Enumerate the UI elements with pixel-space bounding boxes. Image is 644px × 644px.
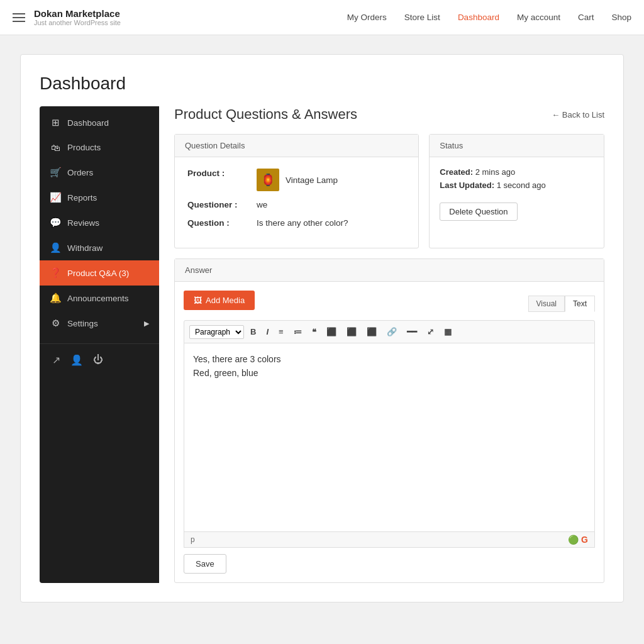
top-nav-links: My Orders Store List Dashboard My accoun…: [347, 13, 631, 22]
add-media-icon: 🖼: [194, 296, 202, 305]
updated-row: Last Updated: 1 second ago: [440, 180, 594, 190]
back-to-list-link[interactable]: Back to List: [552, 110, 604, 119]
main-wrapper: Dashboard ⊞ Dashboard 🛍 Products 🛒 Order…: [20, 54, 624, 602]
nav-dashboard[interactable]: Dashboard: [458, 13, 499, 22]
nav-shop[interactable]: Shop: [611, 13, 631, 22]
editor-area[interactable]: Yes, there are 3 colors Red, green, blue: [184, 343, 595, 532]
question-row: Question : Is there any other color?: [187, 218, 406, 228]
align-left-button[interactable]: ⬛: [323, 325, 340, 339]
sidebar-label-dashboard: Dashboard: [67, 118, 109, 128]
sidebar-item-reviews[interactable]: 💬 Reviews: [40, 210, 159, 235]
product-label: Product :: [187, 169, 257, 178]
sidebar-item-dashboard[interactable]: ⊞ Dashboard: [40, 110, 159, 135]
delete-question-button[interactable]: Delete Question: [440, 203, 517, 221]
editor-line-1[interactable]: Yes, there are 3 colors: [193, 352, 586, 366]
answer-header: Answer: [175, 259, 604, 282]
created-label: Created:: [440, 167, 473, 177]
nav-my-orders[interactable]: My Orders: [347, 13, 387, 22]
details-status-row: Question Details Product : 🏮 Vintage Lam…: [174, 134, 604, 258]
reports-icon: 📈: [50, 192, 61, 203]
sidebar-item-announcements[interactable]: 🔔 Announcements: [40, 286, 159, 311]
sidebar-label-product-qa: Product Q&A (3): [67, 269, 129, 278]
text-tab[interactable]: Text: [565, 296, 595, 312]
page-title: Dashboard: [40, 74, 604, 94]
power-icon[interactable]: ⏻: [89, 350, 107, 370]
sidebar-item-settings[interactable]: ⚙ Settings ▶: [40, 311, 159, 336]
settings-icon: ⚙: [50, 318, 61, 329]
table-button[interactable]: ▦: [440, 325, 455, 339]
sidebar: ⊞ Dashboard 🛍 Products 🛒 Orders 📈 Report…: [40, 106, 159, 583]
products-icon: 🛍: [50, 142, 61, 153]
updated-value: 1 second ago: [497, 180, 546, 190]
editor-toolbar: Paragraph B I ≡ ≔ ❝ ⬛ ⬛ ⬛ 🔗 ━━ ⤢ ▦: [184, 320, 595, 343]
announcements-icon: 🔔: [50, 292, 61, 304]
question-details-header: Question Details: [175, 135, 418, 157]
created-value: 2 mins ago: [475, 167, 516, 177]
external-link-icon[interactable]: ↗: [48, 350, 64, 370]
orders-icon: 🛒: [50, 167, 61, 178]
paragraph-select[interactable]: Paragraph: [189, 325, 244, 339]
hamburger-menu[interactable]: [13, 13, 25, 22]
dashboard-inner: ⊞ Dashboard 🛍 Products 🛒 Orders 📈 Report…: [40, 106, 604, 583]
fullscreen-button[interactable]: ⤢: [423, 325, 438, 339]
italic-button[interactable]: I: [262, 325, 272, 339]
dashboard-icon: ⊞: [50, 117, 61, 128]
question-label: Question :: [187, 218, 257, 228]
product-qa-icon: ❓: [50, 267, 61, 279]
align-right-button[interactable]: ⬛: [363, 325, 380, 339]
brand-sub: Just another WordPress site: [34, 19, 121, 26]
questioner-value: we: [257, 200, 267, 209]
visual-tab[interactable]: Visual: [528, 296, 565, 312]
sidebar-label-orders: Orders: [67, 168, 93, 177]
link-button[interactable]: 🔗: [383, 325, 401, 339]
sidebar-item-product-qa[interactable]: ❓ Product Q&A (3): [40, 260, 159, 286]
sidebar-label-withdraw: Withdraw: [67, 243, 103, 253]
unordered-list-button[interactable]: ≡: [275, 325, 287, 339]
sidebar-item-products[interactable]: 🛍 Products: [40, 135, 159, 160]
status-header: Status: [430, 135, 604, 157]
nav-cart[interactable]: Cart: [578, 13, 594, 22]
brand-name: Dokan Marketplace: [34, 8, 121, 19]
questioner-row: Questioner : we: [187, 200, 406, 209]
editor-line-2[interactable]: Red, green, blue: [193, 366, 586, 380]
editor-tabs: Visual Text: [528, 296, 595, 312]
sidebar-label-announcements: Announcements: [67, 294, 129, 303]
settings-arrow-icon: ▶: [144, 319, 149, 328]
hr-button[interactable]: ━━: [403, 325, 421, 339]
nav-store-list[interactable]: Store List: [404, 13, 440, 22]
ordered-list-button[interactable]: ≔: [290, 325, 306, 339]
reviews-icon: 💬: [50, 217, 61, 228]
sidebar-bottom: ↗ 👤 ⏻: [40, 343, 159, 370]
sidebar-item-orders[interactable]: 🛒 Orders: [40, 160, 159, 185]
withdraw-icon: 👤: [50, 242, 61, 253]
question-value: Is there any other color?: [257, 218, 348, 228]
question-details-card: Question Details Product : 🏮 Vintage Lam…: [174, 134, 419, 248]
product-row: Product : 🏮 Vintage Lamp: [187, 169, 406, 191]
sidebar-label-reviews: Reviews: [67, 218, 99, 228]
editor-tag: p: [191, 535, 195, 544]
brand: Dokan Marketplace Just another WordPress…: [34, 8, 121, 26]
questioner-label: Questioner :: [187, 200, 257, 209]
answer-body: 🖼 Add Media Visual Text Paragraph: [175, 282, 604, 582]
editor-footer: p 🟢 G: [184, 532, 595, 548]
bold-button[interactable]: B: [247, 325, 260, 339]
nav-my-account[interactable]: My account: [517, 13, 560, 22]
status-card: Status Created: 2 mins ago Last Updated:…: [429, 134, 604, 248]
product-value: 🏮 Vintage Lamp: [257, 169, 338, 191]
add-media-label: Add Media: [206, 296, 245, 305]
g-icon: G: [581, 535, 588, 545]
updated-label: Last Updated:: [440, 180, 494, 190]
save-button[interactable]: Save: [184, 554, 226, 574]
sidebar-label-reports: Reports: [67, 193, 97, 203]
blockquote-button[interactable]: ❝: [308, 325, 320, 339]
add-media-button[interactable]: 🖼 Add Media: [184, 291, 255, 310]
editor-footer-icons: 🟢 G: [568, 535, 588, 545]
sidebar-item-withdraw[interactable]: 👤 Withdraw: [40, 235, 159, 260]
grammarly-icon: 🟢: [568, 535, 579, 545]
sidebar-item-reports[interactable]: 📈 Reports: [40, 185, 159, 210]
content-area: Product Questions & Answers Back to List…: [159, 106, 604, 583]
user-icon[interactable]: 👤: [67, 350, 87, 370]
content-title-row: Product Questions & Answers Back to List: [174, 106, 604, 123]
status-body: Created: 2 mins ago Last Updated: 1 seco…: [430, 157, 604, 231]
align-center-button[interactable]: ⬛: [343, 325, 360, 339]
